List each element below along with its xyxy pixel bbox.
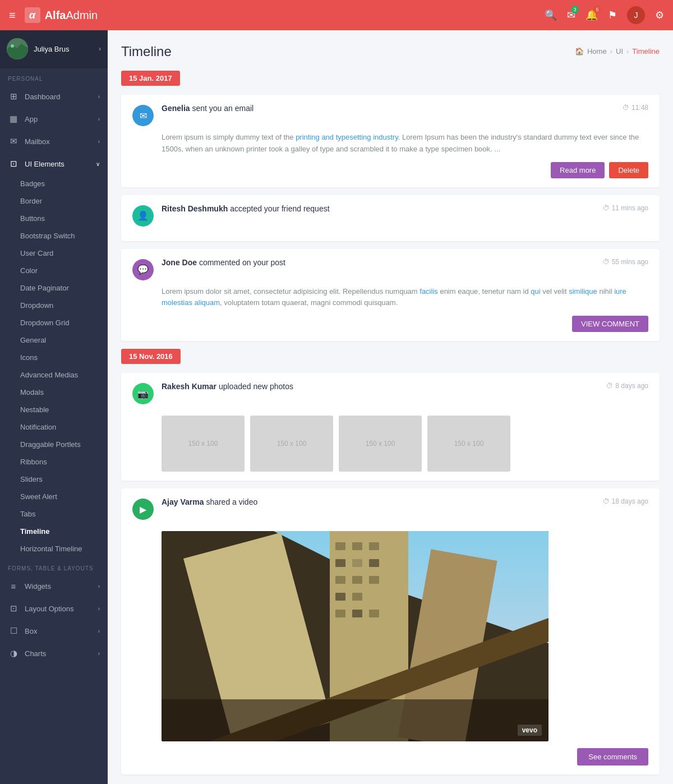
hamburger-button[interactable]: ≡ — [9, 9, 16, 22]
breadcrumb-section: UI — [616, 47, 623, 56]
sidebar-item-ribbons[interactable]: Ribbons — [0, 453, 108, 471]
friend-avatar: 👤 — [132, 205, 154, 227]
sidebar-user[interactable]: Juliya Brus › — [0, 30, 108, 68]
sidebar-item-date-paginator[interactable]: Date Paginator — [0, 279, 108, 297]
view-comment-button[interactable]: VIEW COMMENT — [572, 316, 648, 332]
page-title: Timeline — [121, 44, 172, 59]
dashboard-chevron-icon: › — [98, 94, 100, 100]
sidebar-item-notification[interactable]: Notification — [0, 418, 108, 436]
brand-alfa: AlfaAdmin — [45, 9, 98, 22]
charts-chevron-icon: › — [98, 651, 100, 657]
brand: α AlfaAdmin — [25, 7, 98, 23]
svg-rect-14 — [335, 576, 345, 584]
svg-rect-20 — [352, 610, 362, 617]
video-thumbnail — [162, 531, 548, 741]
delete-button[interactable]: Delete — [609, 162, 648, 178]
sidebar-item-nestable[interactable]: Nestable — [0, 401, 108, 418]
svg-rect-13 — [369, 559, 379, 567]
sidebar-item-border[interactable]: Border — [0, 192, 108, 210]
svg-point-3 — [11, 44, 14, 48]
svg-rect-10 — [369, 542, 379, 550]
widgets-chevron-icon: › — [98, 583, 100, 589]
clock-icon-4: ⏱ — [606, 382, 613, 390]
vevo-badge: vevo — [518, 725, 542, 736]
photos-title: Rakesh Kumar uploaded new photos — [162, 382, 606, 391]
friend-time: ⏱ 11 mins ago — [603, 204, 648, 212]
widgets-label: Widgets — [25, 582, 51, 591]
sidebar-username: Juliya Brus — [34, 45, 99, 53]
sidebar-item-dropdown-grid[interactable]: Dropdown Grid — [0, 314, 108, 331]
sidebar-item-bootstrap-switch[interactable]: Bootstrap Switch — [0, 227, 108, 245]
timeline-item-comment-header: 💬 Jone Doe commented on your post ⏱ 55 m… — [132, 258, 648, 280]
video-time: ⏱ 18 days ago — [603, 497, 648, 505]
comment-time: ⏱ 55 mins ago — [603, 258, 648, 266]
mail-icon-btn[interactable]: ✉ 3 — [567, 9, 575, 21]
bell-icon-btn[interactable]: 🔔 5 — [586, 9, 598, 21]
sidebar-item-layout[interactable]: ⊡ Layout Options › — [0, 597, 108, 620]
sidebar-item-draggable-portlets[interactable]: Draggable Portlets — [0, 436, 108, 453]
comment-avatar: 💬 — [132, 259, 154, 280]
read-more-button[interactable]: Read more — [551, 162, 605, 178]
svg-rect-19 — [335, 610, 345, 617]
svg-rect-9 — [352, 542, 362, 550]
sidebar-item-icons[interactable]: Icons — [0, 349, 108, 366]
flag-icon-btn[interactable]: ⚑ — [608, 9, 617, 21]
sidebar-item-badges[interactable]: Badges — [0, 175, 108, 192]
sidebar-item-ui-elements[interactable]: ⊡ UI Elements ∨ — [0, 153, 108, 175]
breadcrumb-sep2: › — [626, 47, 629, 56]
video-container[interactable]: vevo — [162, 531, 548, 741]
dashboard-label: Dashboard — [25, 93, 61, 101]
user-avatar[interactable]: J — [627, 6, 645, 24]
sidebar-item-horizontal-timeline[interactable]: Horizontal Timeline — [0, 540, 108, 557]
sidebar-item-dropdown[interactable]: Dropdown — [0, 297, 108, 314]
app-label: App — [25, 115, 38, 123]
personal-section-label: PERSONAL — [0, 68, 108, 85]
email-time: ⏱ 11:48 — [623, 104, 648, 112]
sidebar: Juliya Brus › PERSONAL ⊞ Dashboard › ▦ A… — [0, 30, 108, 784]
timeline-item-comment: 💬 Jone Doe commented on your post ⏱ 55 m… — [121, 249, 660, 342]
clock-icon-2: ⏱ — [603, 204, 610, 212]
photos-avatar: 📷 — [132, 383, 154, 404]
sidebar-item-charts[interactable]: ◑ Charts › — [0, 642, 108, 665]
sidebar-item-color[interactable]: Color — [0, 262, 108, 279]
sidebar-item-dashboard[interactable]: ⊞ Dashboard › — [0, 85, 108, 108]
breadcrumb-sep1: › — [610, 47, 612, 56]
ui-elements-label: UI Elements — [25, 160, 64, 168]
sidebar-item-sweet-alert[interactable]: Sweet Alert — [0, 488, 108, 505]
timeline-item-video-header: ▶ Ajay Varma shared a video ⏱ 18 days ag… — [132, 497, 648, 520]
sidebar-item-tabs[interactable]: Tabs — [0, 505, 108, 523]
svg-rect-16 — [369, 576, 379, 584]
sidebar-item-widgets[interactable]: ≡ Widgets › — [0, 575, 108, 597]
topbar: ≡ α AlfaAdmin 🔍 ✉ 3 🔔 5 ⚑ J ⚙ — [0, 0, 673, 30]
sidebar-item-box[interactable]: ☐ Box › — [0, 620, 108, 642]
clock-icon: ⏱ — [623, 104, 629, 112]
sidebar-item-user-card[interactable]: User Card — [0, 245, 108, 262]
email-avatar: ✉ — [132, 105, 154, 126]
sidebar-item-mailbox[interactable]: ✉ Mailbox › — [0, 130, 108, 153]
timeline-item-video: ▶ Ajay Varma shared a video ⏱ 18 days ag… — [121, 488, 660, 774]
sidebar-item-sliders[interactable]: Sliders — [0, 471, 108, 488]
photo-1: 150 x 100 — [162, 416, 245, 472]
content-area: Timeline 🏠 Home › UI › Timeline 15 Jan. … — [108, 30, 673, 784]
widgets-icon: ≡ — [8, 580, 19, 592]
sidebar-item-general[interactable]: General — [0, 331, 108, 349]
sidebar-item-buttons[interactable]: Buttons — [0, 210, 108, 227]
sidebar-item-modals[interactable]: Modals — [0, 384, 108, 401]
breadcrumb-home-icon: 🏠 — [575, 47, 584, 56]
sidebar-item-app[interactable]: ▦ App › — [0, 108, 108, 130]
sidebar-item-advanced-medias[interactable]: Advanced Medias — [0, 366, 108, 384]
timeline-item-friend: 👤 Ritesh Deshmukh accepted your friend r… — [121, 195, 660, 241]
email-title: Genelia sent you an email — [162, 104, 623, 113]
brand-alpha: α — [25, 7, 40, 23]
sidebar-user-avatar — [7, 38, 28, 59]
gear-icon-btn[interactable]: ⚙ — [655, 9, 664, 21]
video-actions: See comments — [577, 748, 648, 765]
sidebar-item-timeline[interactable]: Timeline — [0, 523, 108, 540]
see-comments-button[interactable]: See comments — [577, 748, 648, 765]
charts-icon: ◑ — [8, 648, 19, 659]
search-icon-btn[interactable]: 🔍 — [545, 9, 557, 21]
timeline-item-photos: 📷 Rakesh Kumar uploaded new photos ⏱ 8 d… — [121, 373, 660, 481]
comment-actions: VIEW COMMENT — [572, 316, 648, 332]
photos-meta: Rakesh Kumar uploaded new photos — [162, 382, 606, 391]
mailbox-chevron-icon: › — [98, 139, 100, 145]
